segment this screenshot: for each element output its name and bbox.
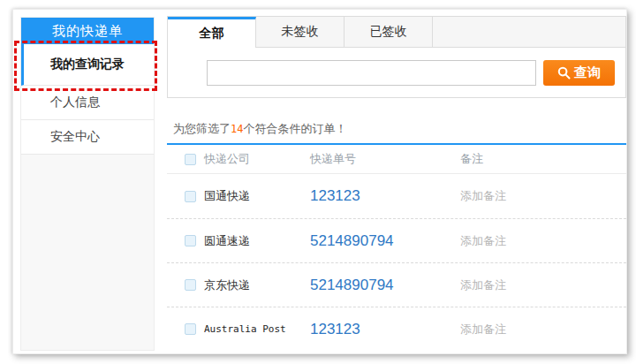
tracking-number-link[interactable]: 123123 xyxy=(310,321,460,338)
tracking-number-link[interactable]: 5214890794 xyxy=(310,277,460,294)
row-checkbox[interactable] xyxy=(185,191,196,202)
notice-suffix: 个符合条件的订单！ xyxy=(243,122,346,135)
notice-count: 14 xyxy=(231,123,243,135)
sidebar-item-security-center[interactable]: 安全中心 xyxy=(21,120,154,155)
row-checkbox[interactable] xyxy=(185,235,196,246)
tab-bar: 全部 未签收 已签收 xyxy=(167,16,626,48)
tracking-number-link[interactable]: 123123 xyxy=(310,187,460,205)
notice-prefix: 为您筛选了 xyxy=(173,122,231,135)
sidebar-item-label: 个人信息 xyxy=(50,95,100,110)
select-all-checkbox[interactable] xyxy=(185,154,196,165)
search-icon xyxy=(557,66,571,80)
sidebar-item-personal-info[interactable]: 个人信息 xyxy=(21,86,154,120)
express-tracking-panel: 我的快递单 我的查询记录 个人信息 安全中心 全部 未签收 已签收 xyxy=(12,9,627,354)
tab-unsigned[interactable]: 未签收 xyxy=(256,17,344,48)
column-header-company: 快递公司 xyxy=(204,151,310,167)
table-row: 国通快递 123123 添加备注 xyxy=(167,174,626,218)
add-remark-link[interactable]: 添加备注 xyxy=(460,277,626,293)
row-checkbox[interactable] xyxy=(185,279,196,291)
orders-table: 快递公司 快递单号 备注 国通快递 123123 添加备注 圆通速递 52148… xyxy=(167,143,626,351)
add-remark-link[interactable]: 添加备注 xyxy=(460,188,626,204)
search-panel: 查询 xyxy=(167,48,626,98)
company-name: 国通快递 xyxy=(204,188,310,204)
main-content: 全部 未签收 已签收 查询 为您筛选了14个符合条件的订单！ xyxy=(167,16,626,351)
sidebar-item-label: 安全中心 xyxy=(50,129,100,145)
table-row: 圆通速递 5214890794 添加备注 xyxy=(167,218,626,262)
search-button[interactable]: 查询 xyxy=(543,60,615,86)
filter-result-notice: 为您筛选了14个符合条件的订单！ xyxy=(173,121,626,135)
tab-all[interactable]: 全部 xyxy=(168,17,256,48)
table-row: 京东快递 5214890794 添加备注 xyxy=(167,262,626,307)
column-header-remark: 备注 xyxy=(460,151,626,167)
company-name: 圆通速递 xyxy=(204,233,310,249)
sidebar-header: 我的快递单 xyxy=(21,18,154,44)
tab-bar-filler xyxy=(433,17,625,48)
sidebar-filler xyxy=(21,155,154,350)
company-name: 京东快递 xyxy=(204,277,310,293)
company-name: Australia Post xyxy=(204,323,310,335)
add-remark-link[interactable]: 添加备注 xyxy=(460,233,626,249)
row-checkbox[interactable] xyxy=(185,323,196,335)
sidebar-item-my-query-records[interactable]: 我的查询记录 xyxy=(21,44,154,86)
column-header-tracking-no: 快递单号 xyxy=(310,151,460,167)
sidebar-item-label: 我的查询记录 xyxy=(50,57,125,72)
tracking-search-input[interactable] xyxy=(207,60,536,86)
tab-label: 未签收 xyxy=(282,24,319,40)
tab-label: 已签收 xyxy=(370,24,407,40)
tab-label: 全部 xyxy=(200,26,224,42)
tab-signed[interactable]: 已签收 xyxy=(344,17,433,48)
table-header-row: 快递公司 快递单号 备注 xyxy=(167,145,626,174)
tracking-number-link[interactable]: 5214890794 xyxy=(310,232,460,250)
sidebar: 我的快递单 我的查询记录 个人信息 安全中心 xyxy=(20,17,155,351)
search-button-label: 查询 xyxy=(574,64,601,81)
table-row: Australia Post 123123 添加备注 xyxy=(167,307,626,351)
add-remark-link[interactable]: 添加备注 xyxy=(460,322,626,337)
